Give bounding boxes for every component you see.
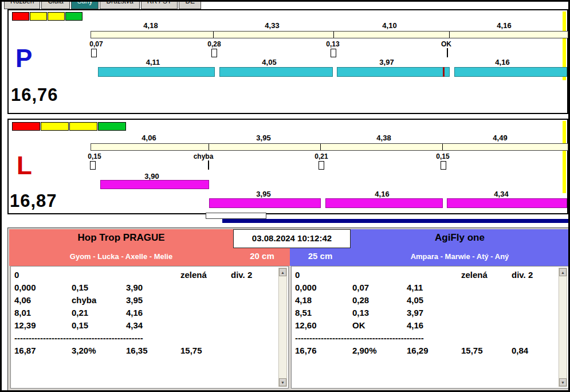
team-members-left: Gyom - Lucka - Axelle - Melie [9,252,233,261]
results-pane-right[interactable]: 0zelenádiv. 20,0000,074,114,180,284,058,… [291,266,569,389]
result-cell: OK [352,319,407,332]
lane-panel-p: 4,18 4,33 4,10 4,16 0,07 0,28 0,13 OK 4,… [7,9,568,114]
tab-stihy[interactable]: Stihy [71,2,99,9]
change-marker [91,49,97,57]
result-cell: 0,15 [72,319,126,332]
result-cell: 0 [14,269,72,281]
run-bar [100,180,209,189]
tab-cidla[interactable]: Čidla [41,2,69,9]
split-time-label: 4,18 [143,21,158,30]
status-light [69,122,97,131]
result-row: 12,390,154,34 [14,319,277,332]
result-cell: 3,20% [72,344,126,357]
result-cell: div. 2 [512,269,557,281]
split-time-label: 4,33 [265,21,279,30]
change-marker [319,161,324,170]
result-cell: 4,06 [14,294,72,307]
result-cell: zelená [461,269,512,281]
change-time-label: chyba [194,152,214,160]
split-time-label: 3,95 [256,134,270,142]
split-time-label: 4,49 [493,134,507,142]
bar-tick [333,32,334,38]
change-time-label: 0,28 [207,40,221,48]
result-cell: div. 2 [231,269,277,281]
lane-letter: P [15,46,32,71]
scrollbar[interactable]: ▲ ▼ [278,268,287,387]
result-cell: 15,75 [180,344,231,357]
result-cell: 0,28 [352,294,407,307]
result-cell: 3,97 [407,307,461,319]
tab-druzstva[interactable]: Družstva [100,2,139,9]
tab-label: DE [185,2,195,5]
result-cell: 2,90% [352,344,407,357]
change-time-label: 0,21 [315,152,328,160]
progress-box [206,213,266,219]
split-time-label: 4,10 [382,21,396,30]
bar-marker [443,67,445,77]
run-bar [325,198,443,208]
result-cell: 4,11 [407,281,461,294]
split-time-label: 4,06 [141,134,156,142]
result-cell: 4,16 [126,307,180,319]
result-row: 4,06chyba3,95 [14,294,277,307]
status-light [65,12,82,21]
run-time-label: 4,16 [375,190,389,198]
lane-total: 16,87 [10,192,57,210]
status-light [12,122,40,131]
result-cell [407,269,461,281]
bar-tick [209,144,209,150]
scroll-up-icon[interactable]: ▲ [279,268,286,276]
scroll-up-icon[interactable]: ▲ [559,268,567,276]
height-category-right: 25 cm [290,251,351,261]
run-time-label: 4,34 [494,190,508,198]
run-time-label: 3,95 [256,190,270,198]
result-cell: 4,18 [295,294,352,307]
scroll-down-icon[interactable]: ▼ [279,378,286,386]
change-marker [331,49,336,57]
result-cell: 0,13 [352,307,407,319]
bar-tick [442,144,443,150]
result-cell: ----------------------------------------… [295,332,352,344]
result-cell: zelená [180,269,231,281]
result-cell: 16,29 [407,344,461,357]
status-light [98,122,126,131]
result-cell: 16,87 [14,344,72,357]
lane-panel-l: 4,06 3,95 4,38 4,49 0,15 chyba 0,21 0,15… [7,119,568,214]
result-cell: 0,07 [352,281,407,294]
tab-label: Družstva [106,2,133,5]
result-row: 16,873,20%16,3515,75 [14,344,277,357]
result-row: 16,762,90%16,2915,750,84 [295,344,557,357]
change-marker-line [208,160,209,170]
split-time-label: 4,16 [497,21,511,30]
tab-de[interactable]: DE [179,2,201,9]
run-bar [219,67,333,77]
tab-rozbeh[interactable]: Rozběh [4,2,40,9]
change-time-label: OK [441,40,451,48]
result-cell: 16,76 [295,344,352,357]
result-cell: 15,75 [461,344,512,357]
split-bar [91,31,568,38]
result-cell: 8,51 [295,307,352,319]
tab-label: Čidla [48,2,63,5]
result-cell: 0,000 [295,281,352,294]
result-row: 8,010,214,16 [14,307,277,319]
scroll-down-icon[interactable]: ▼ [559,378,567,386]
result-cell: ----------------------------------------… [14,332,72,344]
results-pane-left[interactable]: 0zelenádiv. 20,0000,153,904,06chyba3,958… [10,266,289,389]
team-name-left: Hop Trop PRAGUE [9,232,233,244]
tab-rr-st[interactable]: RR / ST [141,2,178,9]
result-cell: 4,34 [126,319,180,332]
run-time-label: 4,11 [146,58,160,66]
result-row: 8,510,133,97 [295,307,557,319]
change-time-label: 0,15 [436,152,449,160]
result-row: 0,0000,074,11 [295,281,557,294]
tab-label: Stihy [77,2,93,5]
run-bar [209,198,321,208]
team-members-right: Ampara - Marwie - Atý - Aný [351,252,569,261]
result-cell: 0,84 [512,344,557,357]
scoreboard: Hop Trop PRAGUE AgiFly one 03.08.2024 10… [7,228,569,391]
result-cell: 4,16 [407,319,461,332]
result-cell: 4,05 [407,294,461,307]
run-bar [454,67,567,77]
scrollbar[interactable]: ▲ ▼ [559,268,567,387]
